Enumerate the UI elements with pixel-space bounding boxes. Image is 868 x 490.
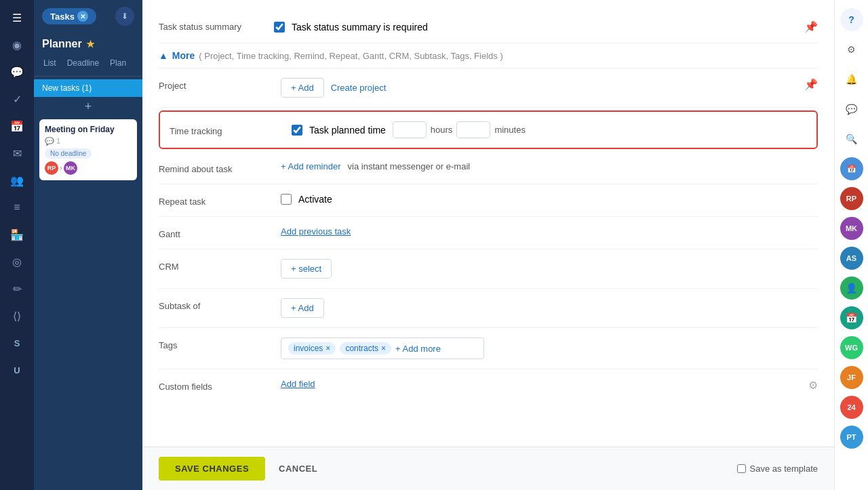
- sidebar-icon-calendar[interactable]: 📅: [6, 115, 28, 137]
- remind-content: + Add reminder via instant messenger or …: [281, 161, 818, 171]
- left-sidebar: ☰ ◉ 💬 ✓ 📅 ✉ 👥 ≡ 🏪 ◎ ✏ ⟨⟩ S U: [0, 0, 34, 490]
- project-label: Project: [159, 78, 267, 91]
- time-tracking-row: Time tracking Task planned time hours mi…: [159, 110, 818, 149]
- save-template-checkbox[interactable]: [737, 464, 746, 473]
- add-field-link[interactable]: Add field: [281, 379, 315, 389]
- repeat-content: Activate: [281, 194, 818, 205]
- cancel-button[interactable]: CANCEL: [273, 457, 323, 481]
- sidebar-icon-users[interactable]: 👥: [6, 169, 28, 191]
- task-status-checkbox[interactable]: [274, 22, 285, 33]
- task-card-avatars: RP › MK: [45, 161, 132, 175]
- avatar-contact[interactable]: 👤: [840, 277, 863, 300]
- nav-tabs: List Deadline Plan: [34, 56, 142, 77]
- subtask-add-button[interactable]: + Add: [281, 298, 324, 318]
- sidebar-icon-mail[interactable]: ✉: [6, 142, 28, 164]
- sidebar-icon-target[interactable]: ◎: [6, 251, 28, 272]
- project-row: Project + Add Create project 📌: [159, 68, 818, 108]
- save-template-container: Save as template: [737, 464, 818, 474]
- more-fields: ( Project, Time tracking, Remind, Repeat…: [199, 51, 502, 61]
- sidebar-icon-s[interactable]: S: [6, 332, 28, 354]
- sidebar-icon-u[interactable]: U: [6, 359, 28, 381]
- sidebar-icon-menu[interactable]: ☰: [6, 7, 28, 28]
- tasks-tab[interactable]: Tasks ✕: [42, 8, 96, 24]
- tag-contracts[interactable]: contracts ×: [340, 342, 391, 354]
- avatar-mk[interactable]: MK: [840, 217, 863, 240]
- tags-content: invoices × contracts × + Add more: [281, 338, 818, 359]
- save-button[interactable]: SAVE CHANGES: [159, 457, 265, 481]
- task-status-label: Task status summary: [159, 22, 267, 32]
- bell-icon[interactable]: 🔔: [840, 68, 863, 91]
- repeat-activate-label: Activate: [298, 194, 332, 205]
- gear-icon[interactable]: ⚙: [808, 379, 818, 392]
- tab-plan[interactable]: Plan: [106, 56, 130, 70]
- create-project-link[interactable]: Create project: [331, 83, 387, 93]
- tab-deadline[interactable]: Deadline: [63, 56, 103, 70]
- avatar-as[interactable]: AS: [840, 247, 863, 270]
- task-status-text: Task status summary is required: [292, 22, 428, 33]
- avatar-rp[interactable]: RP: [840, 187, 863, 210]
- avatar-cal2[interactable]: 📅: [840, 306, 863, 329]
- gantt-add-link[interactable]: Add previous task: [281, 226, 351, 237]
- more-row[interactable]: ▲ More ( Project, Time tracking, Remind,…: [159, 43, 818, 68]
- form-body: Task status summary Task status summary …: [142, 0, 834, 447]
- search-icon[interactable]: 🔍: [840, 127, 863, 150]
- remind-suffix: via instant messenger or e-mail: [348, 161, 471, 171]
- time-tracking-label: Time tracking: [170, 123, 278, 136]
- avatar-1: RP: [45, 161, 58, 175]
- avatar-jf[interactable]: JF: [840, 366, 863, 389]
- task-card-deadline: No deadline: [45, 148, 132, 159]
- tags-container[interactable]: invoices × contracts × + Add more: [281, 338, 484, 359]
- sidebar-icon-code[interactable]: ⟨⟩: [6, 305, 28, 327]
- planner-title: Planner ★: [34, 33, 142, 56]
- add-task-button[interactable]: +: [34, 97, 142, 117]
- sidebar-icon-store[interactable]: 🏪: [6, 224, 28, 245]
- subtask-content: + Add: [281, 298, 818, 318]
- task-card[interactable]: Meeting on Friday 💬 1 No deadline RP › M…: [39, 119, 137, 180]
- tag-invoices[interactable]: invoices ×: [288, 342, 336, 354]
- gantt-row: Gantt Add previous task: [159, 217, 818, 249]
- chevron-icon: ▲: [159, 50, 168, 61]
- sidebar-icon-tasks[interactable]: ✓: [6, 88, 28, 110]
- settings-icon[interactable]: ⚙: [840, 38, 863, 61]
- avatar-pt[interactable]: PT: [840, 426, 863, 449]
- avatar-24[interactable]: 24: [840, 396, 863, 419]
- remind-label: Remind about task: [159, 161, 267, 174]
- tag-invoices-close[interactable]: ×: [326, 344, 330, 353]
- repeat-row: Repeat task Activate: [159, 184, 818, 217]
- remind-row: Remind about task + Add reminder via ins…: [159, 152, 818, 184]
- repeat-label: Repeat task: [159, 194, 267, 207]
- hours-input[interactable]: [393, 121, 427, 138]
- avatar-wg[interactable]: WG: [840, 336, 863, 359]
- time-tracking-checkbox[interactable]: [292, 125, 302, 136]
- repeat-checkbox[interactable]: [281, 194, 292, 205]
- crm-label: CRM: [159, 259, 267, 272]
- pin-icon[interactable]: 📌: [804, 20, 818, 33]
- tag-contracts-close[interactable]: ×: [381, 344, 386, 353]
- sidebar-header: Tasks ✕ ⬇: [34, 0, 142, 33]
- project-pin-icon[interactable]: 📌: [804, 78, 818, 91]
- sidebar-icon-home[interactable]: ◉: [6, 34, 28, 56]
- save-template-label: Save as template: [750, 464, 818, 474]
- avatar-calendar[interactable]: 📅: [840, 157, 863, 180]
- tags-add-more[interactable]: + Add more: [395, 344, 441, 354]
- sidebar-icon-filter[interactable]: ≡: [6, 197, 28, 218]
- sidebar-icon-pen[interactable]: ✏: [6, 278, 28, 300]
- time-tracking-content: Task planned time hours minutes: [292, 121, 807, 138]
- time-inputs: hours minutes: [393, 121, 526, 138]
- download-button[interactable]: ⬇: [115, 7, 134, 26]
- chat-icon[interactable]: 💬: [840, 98, 863, 121]
- subtask-label: Subtask of: [159, 298, 267, 311]
- crm-select-button[interactable]: + select: [281, 259, 332, 279]
- help-icon[interactable]: ?: [840, 8, 863, 31]
- more-label: More: [172, 50, 195, 61]
- sidebar-icon-chat[interactable]: 💬: [6, 61, 28, 83]
- project-add-button[interactable]: + Add: [281, 78, 324, 98]
- new-tasks-header: New tasks (1): [34, 79, 142, 97]
- main-content: Task status summary Task status summary …: [142, 0, 834, 490]
- add-reminder-link[interactable]: + Add reminder: [281, 161, 341, 171]
- minutes-input[interactable]: [456, 121, 490, 138]
- tasks-tab-close[interactable]: ✕: [77, 11, 88, 22]
- custom-fields-row: Custom fields Add field ⚙: [159, 369, 818, 401]
- star-icon[interactable]: ★: [86, 39, 95, 49]
- tab-list[interactable]: List: [39, 56, 60, 70]
